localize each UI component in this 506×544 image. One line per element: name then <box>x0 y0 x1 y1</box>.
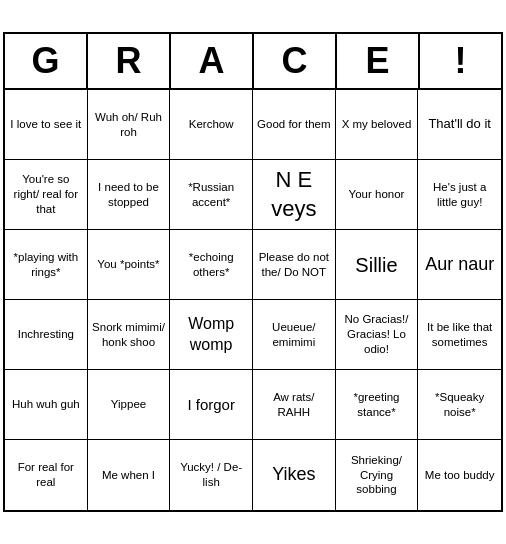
bingo-cell-13: You *points* <box>88 230 171 300</box>
bingo-cell-2: Kerchow <box>170 90 253 160</box>
bingo-cell-29: *Squeaky noise* <box>418 370 501 440</box>
bingo-cell-35: Me too buddy <box>418 440 501 510</box>
bingo-card: GRACE! I love to see itWuh oh/ Ruh rohKe… <box>3 32 503 512</box>
bingo-cell-27: Aw rats/ RAHH <box>253 370 336 440</box>
bingo-cell-10: Your honor <box>336 160 419 230</box>
bingo-cell-18: Inchresting <box>5 300 88 370</box>
bingo-cell-3: Good for them <box>253 90 336 160</box>
bingo-cell-26: I forgor <box>170 370 253 440</box>
bingo-cell-21: Ueueue/ emimimi <box>253 300 336 370</box>
bingo-cell-15: Please do not the/ Do NOT <box>253 230 336 300</box>
bingo-cell-4: X my beloved <box>336 90 419 160</box>
title-letter-0: G <box>5 34 88 88</box>
bingo-cell-25: Yippee <box>88 370 171 440</box>
bingo-cell-7: I need to be stopped <box>88 160 171 230</box>
title-letter-2: A <box>171 34 254 88</box>
bingo-cell-5: That'll do it <box>418 90 501 160</box>
title-letter-1: R <box>88 34 171 88</box>
title-letter-4: E <box>337 34 420 88</box>
bingo-cell-32: Yucky! / De-lish <box>170 440 253 510</box>
bingo-title: GRACE! <box>5 34 501 90</box>
bingo-cell-24: Huh wuh guh <box>5 370 88 440</box>
bingo-cell-11: He's just a little guy! <box>418 160 501 230</box>
bingo-cell-6: You're so right/ real for that <box>5 160 88 230</box>
title-letter-3: C <box>254 34 337 88</box>
bingo-cell-30: For real for real <box>5 440 88 510</box>
title-letter-5: ! <box>420 34 501 88</box>
bingo-cell-1: Wuh oh/ Ruh roh <box>88 90 171 160</box>
bingo-cell-20: Womp womp <box>170 300 253 370</box>
bingo-cell-8: *Russian accent* <box>170 160 253 230</box>
bingo-cell-9: N E veys <box>253 160 336 230</box>
bingo-cell-23: It be like that sometimes <box>418 300 501 370</box>
bingo-cell-0: I love to see it <box>5 90 88 160</box>
bingo-cell-14: *echoing others* <box>170 230 253 300</box>
bingo-cell-16: Sillie <box>336 230 419 300</box>
bingo-grid: I love to see itWuh oh/ Ruh rohKerchowGo… <box>5 90 501 510</box>
bingo-cell-34: Shrieking/ Crying sobbing <box>336 440 419 510</box>
bingo-cell-31: Me when I <box>88 440 171 510</box>
bingo-cell-33: Yikes <box>253 440 336 510</box>
bingo-cell-28: *greeting stance* <box>336 370 419 440</box>
bingo-cell-22: No Gracias!/ Gracias! Lo odio! <box>336 300 419 370</box>
bingo-cell-17: Aur naur <box>418 230 501 300</box>
bingo-cell-12: *playing with rings* <box>5 230 88 300</box>
bingo-cell-19: Snork mimimi/ honk shoo <box>88 300 171 370</box>
